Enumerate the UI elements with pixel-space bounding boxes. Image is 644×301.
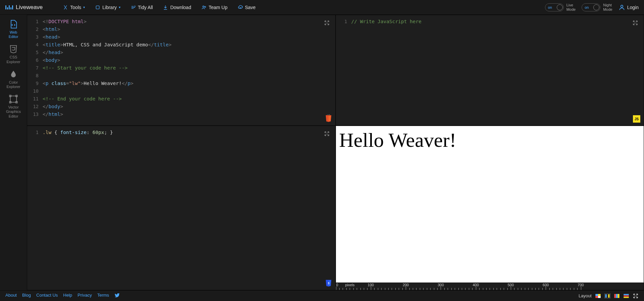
- ruler-tick-label: 100: [368, 283, 374, 287]
- pixel-ruler: pixels 0100200300400500600700: [336, 283, 644, 290]
- ruler-tick-label: 500: [508, 283, 514, 287]
- svg-point-1: [203, 6, 204, 7]
- tidy-icon: [131, 5, 136, 10]
- js-code[interactable]: // Write JavaScript here: [351, 18, 644, 26]
- svg-rect-11: [595, 294, 598, 296]
- sidebar-web-editor[interactable]: WebEditor: [9, 19, 18, 39]
- cloud-save-icon: [238, 5, 243, 10]
- sidebar-item-label: ColorExplorer: [7, 80, 20, 89]
- live-mode-label: LiveMode: [566, 3, 576, 11]
- footer-link[interactable]: Terms: [97, 293, 109, 299]
- ruler-unit: pixels: [345, 283, 354, 287]
- js-badge-icon: JS: [633, 115, 640, 123]
- library-label: Library: [102, 5, 117, 10]
- tidy-label: Tidy All: [138, 5, 153, 10]
- twitter-link[interactable]: [114, 293, 120, 299]
- expand-panel-button[interactable]: [324, 20, 330, 27]
- expand-panel-button[interactable]: [324, 131, 330, 138]
- layout-option-4[interactable]: [623, 294, 629, 298]
- footer-links: About Blog Contact Us Help Privacy Terms: [5, 293, 120, 299]
- svg-rect-16: [607, 294, 608, 298]
- night-mode-label: NightMode: [603, 3, 612, 11]
- library-icon: [95, 5, 100, 10]
- line-gutter: 1: [336, 15, 349, 125]
- live-mode-toggle[interactable]: on LiveMode: [545, 3, 576, 11]
- droplet-icon: [9, 70, 18, 79]
- svg-rect-20: [618, 294, 620, 298]
- user-icon: [618, 4, 625, 11]
- login-button[interactable]: Login: [618, 4, 639, 11]
- expand-panel-button[interactable]: [632, 20, 638, 27]
- team-icon: [201, 5, 207, 10]
- toggle-on-text: on: [585, 5, 589, 9]
- js-editor-panel[interactable]: 1 // Write JavaScript here JS: [336, 15, 644, 126]
- svg-rect-0: [96, 6, 99, 9]
- tidy-button[interactable]: Tidy All: [131, 5, 153, 10]
- footer-link[interactable]: Contact Us: [36, 293, 58, 299]
- svg-rect-13: [595, 296, 598, 298]
- line-gutter: 12345678910111213: [27, 15, 41, 125]
- svg-rect-17: [608, 294, 609, 298]
- ruler-tick-label: 400: [473, 283, 479, 287]
- html-editor-panel[interactable]: 12345678910111213 <!DOCTYPE html> <html>…: [27, 15, 336, 126]
- ruler-tick-label: 200: [403, 283, 409, 287]
- footer-link[interactable]: Privacy: [78, 293, 92, 299]
- expand-icon: [632, 20, 638, 26]
- sidebar-css-explorer[interactable]: CSSExplorer: [7, 44, 20, 64]
- css-editor-panel[interactable]: 1 .lw { font-size: 60px; } 3: [27, 126, 336, 290]
- teamup-button[interactable]: Team Up: [201, 5, 228, 10]
- sidebar-item-label: WebEditor: [9, 30, 18, 39]
- tools-label: Tools: [70, 5, 81, 10]
- code-file-icon: [9, 19, 18, 29]
- line-gutter: 1: [27, 126, 41, 290]
- toggle-pill[interactable]: on: [545, 3, 564, 11]
- layout-option-2[interactable]: [604, 294, 610, 298]
- toggle-on-text: on: [548, 5, 552, 9]
- fullscreen-button[interactable]: [633, 293, 639, 299]
- main-area: WebEditor CSSExplorer ColorExplorer Vect…: [0, 15, 644, 290]
- download-label: Download: [170, 5, 191, 10]
- chevron-down-icon: ▾: [119, 5, 120, 9]
- login-label: Login: [627, 5, 639, 10]
- save-button[interactable]: Save: [238, 5, 256, 10]
- html5-badge-icon: HTML: [325, 115, 332, 123]
- footer-link[interactable]: Help: [63, 293, 72, 299]
- toggle-knob: [593, 4, 599, 10]
- svg-rect-14: [598, 296, 601, 298]
- sidebar-vector-editor[interactable]: VectorGraphicsEditor: [6, 94, 21, 119]
- svg-rect-18: [614, 294, 616, 298]
- chevron-down-icon: ▾: [83, 5, 85, 9]
- twitter-icon: [114, 293, 120, 298]
- preview-output: Hello Weaver!: [336, 126, 644, 155]
- tools-menu[interactable]: Tools ▾: [63, 5, 85, 10]
- main-menu: Tools ▾ Library ▾ Tidy All Download Team…: [63, 5, 255, 10]
- svg-point-2: [204, 6, 205, 7]
- tools-icon: [63, 5, 68, 10]
- layout-option-1[interactable]: [595, 294, 601, 298]
- logo[interactable]: Liveweave: [5, 4, 43, 11]
- topbar: Liveweave Tools ▾ Library ▾ Tidy All Dow…: [0, 0, 644, 15]
- ruler-tick-label: 600: [543, 283, 549, 287]
- sidebar-item-label: VectorGraphicsEditor: [6, 105, 21, 119]
- html-code[interactable]: <!DOCTYPE html> <html> <head> <title>HTM…: [43, 18, 335, 118]
- ruler-tick-label: 700: [578, 283, 584, 287]
- footer-link[interactable]: Blog: [22, 293, 31, 299]
- svg-rect-19: [616, 294, 617, 298]
- footer: About Blog Contact Us Help Privacy Terms…: [0, 290, 644, 301]
- layout-option-3[interactable]: [614, 294, 620, 298]
- sidebar-color-explorer[interactable]: ColorExplorer: [7, 70, 20, 89]
- library-menu[interactable]: Library ▾: [95, 5, 120, 10]
- sidebar: WebEditor CSSExplorer ColorExplorer Vect…: [0, 15, 27, 290]
- css-code[interactable]: .lw { font-size: 60px; }: [43, 129, 335, 136]
- footer-right: Layout: [579, 293, 639, 299]
- layout-label: Layout: [579, 293, 592, 298]
- footer-link[interactable]: About: [5, 293, 17, 299]
- right-controls: on LiveMode on NightMode Login: [545, 3, 639, 11]
- download-icon: [163, 5, 168, 10]
- toggle-pill[interactable]: on: [582, 3, 600, 11]
- svg-point-3: [621, 5, 623, 7]
- download-button[interactable]: Download: [163, 5, 191, 10]
- expand-icon: [324, 20, 330, 26]
- preview-panel: Hello Weaver! pixels 0100200300400500600…: [336, 126, 644, 290]
- night-mode-toggle[interactable]: on NightMode: [582, 3, 612, 11]
